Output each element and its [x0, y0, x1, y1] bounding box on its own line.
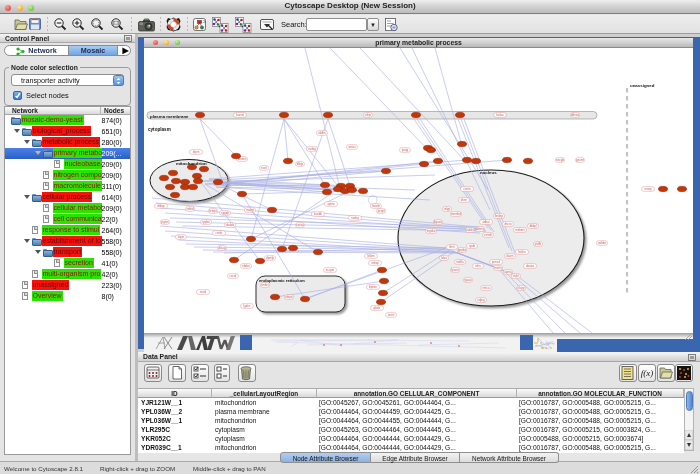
- svg-text:btcbo: btcbo: [518, 250, 525, 254]
- svg-text:aptne: aptne: [327, 202, 335, 206]
- svg-text:edprg: edprg: [477, 298, 485, 302]
- svg-text:ebdor: ebdor: [242, 264, 249, 268]
- svg-text:rppbo: rppbo: [202, 220, 210, 224]
- svg-text:nodcg: nodcg: [351, 216, 359, 220]
- svg-text:mitochondrion: mitochondrion: [176, 161, 207, 166]
- svg-text:entap: entap: [371, 261, 379, 265]
- svg-text:apnta: apnta: [504, 270, 512, 274]
- svg-text:rgstb: rgstb: [469, 244, 476, 248]
- svg-text:llmtr: llmtr: [449, 245, 454, 249]
- svg-text:pgtss: pgtss: [162, 220, 169, 224]
- svg-text:lempt: lempt: [209, 209, 216, 213]
- svg-text:oobbn: oobbn: [598, 241, 606, 245]
- svg-text:adbat: adbat: [482, 220, 489, 224]
- svg-text:msttn: msttn: [494, 266, 501, 270]
- svg-text:prmcd: prmcd: [492, 260, 500, 264]
- svg-text:mgsba: mgsba: [427, 229, 436, 233]
- svg-text:dooao: dooao: [526, 264, 534, 268]
- svg-text:bpnse: bpnse: [369, 285, 377, 289]
- svg-text:blbgt: blbgt: [297, 162, 303, 166]
- svg-text:cemdt: cemdt: [484, 233, 492, 237]
- svg-text:elrrs: elrrs: [475, 264, 481, 268]
- svg-text:dbbpl: dbbpl: [529, 224, 536, 228]
- svg-text:gbelc: gbelc: [374, 306, 381, 310]
- svg-text:dncro: dncro: [504, 222, 512, 226]
- svg-text:bgaon: bgaon: [434, 220, 442, 224]
- svg-text:mdtla: mdtla: [456, 260, 463, 264]
- svg-text:nbtpe: nbtpe: [285, 295, 293, 299]
- svg-text:endoplasmic reticulum: endoplasmic reticulum: [259, 278, 305, 283]
- svg-text:dtasg: dtasg: [218, 246, 225, 250]
- svg-text:cnrdc: cnrdc: [215, 231, 223, 235]
- svg-text:sccpm: sccpm: [326, 268, 335, 272]
- svg-text:dadob: dadob: [226, 223, 234, 227]
- svg-text:bndep: bndep: [495, 214, 503, 218]
- svg-text:plasma membrane: plasma membrane: [150, 114, 189, 119]
- svg-text:cggdp: cggdp: [221, 211, 229, 215]
- svg-text:pppba: pppba: [458, 248, 466, 252]
- svg-text:odabr: odabr: [466, 228, 473, 232]
- svg-text:nucleus: nucleus: [480, 170, 497, 175]
- svg-text:unassigned: unassigned: [630, 83, 655, 88]
- svg-text:bared: bared: [236, 113, 244, 117]
- svg-text:bcebb: bcebb: [314, 212, 322, 216]
- svg-text:bolaa: bolaa: [496, 113, 503, 117]
- svg-text:mabgt: mabgt: [246, 208, 254, 212]
- svg-text:ddnoa: ddnoa: [571, 113, 579, 117]
- svg-text:nblbn: nblbn: [318, 131, 325, 135]
- svg-text:necgb: necgb: [556, 158, 564, 162]
- svg-text:relpp: relpp: [444, 207, 451, 211]
- svg-text:rmtbs: rmtbs: [261, 283, 269, 287]
- svg-text:ptdlb: ptdlb: [535, 242, 542, 246]
- svg-text:lales: lales: [441, 256, 447, 260]
- svg-text:nerol: nerol: [200, 290, 207, 294]
- svg-text:ntnca: ntnca: [482, 286, 489, 290]
- svg-text:bllom: bllom: [368, 254, 375, 258]
- svg-text:leprn: leprn: [178, 235, 185, 239]
- svg-text:sebtd: sebtd: [186, 207, 193, 211]
- svg-text:ddnmc: ddnmc: [476, 227, 485, 231]
- svg-text:stdcl: stdcl: [513, 274, 519, 278]
- svg-text:crbpr: crbpr: [365, 113, 372, 117]
- svg-text:cento: cento: [463, 187, 470, 191]
- svg-text:drprn: drprn: [193, 150, 200, 154]
- svg-text:pcspl: pcspl: [378, 209, 385, 213]
- svg-text:f(x): f(x): [641, 368, 654, 378]
- svg-text:mdsms: mdsms: [515, 228, 525, 232]
- svg-text:nsnao: nsnao: [296, 223, 304, 227]
- svg-text:dpmlp: dpmlp: [266, 256, 274, 260]
- svg-text:drbap: drbap: [157, 204, 165, 208]
- svg-text:oesar: oesar: [348, 145, 355, 149]
- svg-text:ecdsg: ecdsg: [308, 147, 316, 151]
- svg-text:1:1: 1:1: [114, 21, 119, 25]
- svg-text:arren: arren: [388, 313, 395, 317]
- svg-text:tpotg: tpotg: [402, 148, 409, 152]
- svg-text:bsatb: bsatb: [372, 204, 379, 208]
- svg-text:sscrl: sscrl: [261, 166, 267, 170]
- svg-text:rgaao: rgaao: [464, 278, 472, 282]
- svg-text:lgdcn: lgdcn: [244, 304, 251, 308]
- svg-text:daorn: daorn: [506, 254, 514, 258]
- svg-text:cecdr: cecdr: [229, 274, 236, 278]
- svg-text:reosp: reosp: [644, 187, 652, 191]
- svg-text:lpoon: lpoon: [451, 268, 458, 272]
- svg-text:elcpp: elcpp: [518, 286, 525, 290]
- svg-text:cytoplasm: cytoplasm: [148, 127, 171, 132]
- svg-text:mnmbd: mnmbd: [451, 212, 461, 216]
- svg-text:gecmt: gecmt: [576, 158, 584, 162]
- svg-text:dnsrr: dnsrr: [461, 198, 468, 202]
